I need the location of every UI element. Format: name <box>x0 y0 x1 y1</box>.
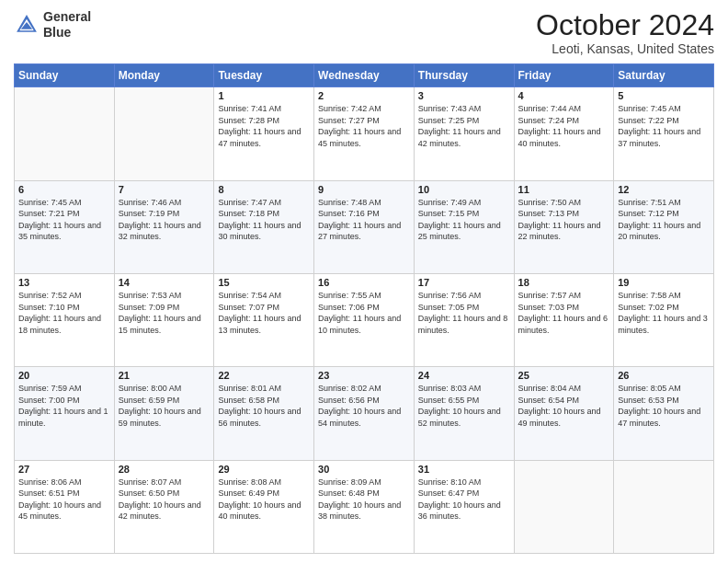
calendar-cell: 7Sunrise: 7:46 AMSunset: 7:19 PMDaylight… <box>114 180 214 273</box>
day-info: Sunrise: 7:53 AMSunset: 7:09 PMDaylight:… <box>119 290 210 336</box>
day-info: Sunrise: 7:59 AMSunset: 7:00 PMDaylight:… <box>18 383 110 429</box>
title-block: October 2024 Leoti, Kansas, United State… <box>536 9 714 56</box>
day-number: 12 <box>618 184 710 195</box>
calendar-cell: 26Sunrise: 8:05 AMSunset: 6:53 PMDayligh… <box>614 367 714 460</box>
day-number: 4 <box>518 90 610 101</box>
day-info: Sunrise: 7:45 AMSunset: 7:21 PMDaylight:… <box>18 197 110 243</box>
logo-icon <box>14 12 40 38</box>
day-number: 27 <box>18 464 110 475</box>
calendar-cell: 14Sunrise: 7:53 AMSunset: 7:09 PMDayligh… <box>114 273 214 366</box>
calendar-cell: 3Sunrise: 7:43 AMSunset: 7:25 PMDaylight… <box>414 87 514 180</box>
day-number: 22 <box>218 370 310 381</box>
week-row-2: 6Sunrise: 7:45 AMSunset: 7:21 PMDaylight… <box>15 180 714 273</box>
day-header-saturday: Saturday <box>614 64 714 87</box>
calendar-cell <box>514 460 614 553</box>
calendar-cell: 17Sunrise: 7:56 AMSunset: 7:05 PMDayligh… <box>414 273 514 366</box>
calendar-cell: 8Sunrise: 7:47 AMSunset: 7:18 PMDaylight… <box>214 180 314 273</box>
day-number: 28 <box>119 464 210 475</box>
calendar-cell: 25Sunrise: 8:04 AMSunset: 6:54 PMDayligh… <box>514 367 614 460</box>
calendar-cell: 29Sunrise: 8:08 AMSunset: 6:49 PMDayligh… <box>214 460 314 553</box>
day-header-sunday: Sunday <box>15 64 115 87</box>
day-number: 29 <box>218 464 310 475</box>
day-info: Sunrise: 7:55 AMSunset: 7:06 PMDaylight:… <box>318 290 410 336</box>
logo: General Blue <box>14 9 91 40</box>
calendar-cell: 13Sunrise: 7:52 AMSunset: 7:10 PMDayligh… <box>15 273 115 366</box>
day-info: Sunrise: 7:58 AMSunset: 7:02 PMDaylight:… <box>618 290 710 336</box>
calendar-cell <box>15 87 115 180</box>
day-number: 1 <box>218 90 310 101</box>
calendar-cell: 20Sunrise: 7:59 AMSunset: 7:00 PMDayligh… <box>15 367 115 460</box>
month-title: October 2024 <box>536 9 714 41</box>
day-info: Sunrise: 7:49 AMSunset: 7:15 PMDaylight:… <box>418 197 510 243</box>
day-info: Sunrise: 7:57 AMSunset: 7:03 PMDaylight:… <box>518 290 610 336</box>
day-number: 30 <box>318 464 410 475</box>
day-number: 11 <box>518 184 610 195</box>
calendar-cell: 10Sunrise: 7:49 AMSunset: 7:15 PMDayligh… <box>414 180 514 273</box>
page-container: General Blue October 2024 Leoti, Kansas,… <box>0 0 728 563</box>
day-info: Sunrise: 7:44 AMSunset: 7:24 PMDaylight:… <box>518 103 610 149</box>
calendar-cell: 15Sunrise: 7:54 AMSunset: 7:07 PMDayligh… <box>214 273 314 366</box>
day-info: Sunrise: 7:52 AMSunset: 7:10 PMDaylight:… <box>18 290 110 336</box>
day-number: 20 <box>18 370 110 381</box>
calendar-cell: 28Sunrise: 8:07 AMSunset: 6:50 PMDayligh… <box>114 460 214 553</box>
header: General Blue October 2024 Leoti, Kansas,… <box>14 9 714 56</box>
calendar-cell: 21Sunrise: 8:00 AMSunset: 6:59 PMDayligh… <box>114 367 214 460</box>
day-info: Sunrise: 8:00 AMSunset: 6:59 PMDaylight:… <box>119 383 210 429</box>
calendar-cell: 2Sunrise: 7:42 AMSunset: 7:27 PMDaylight… <box>314 87 415 180</box>
week-row-4: 20Sunrise: 7:59 AMSunset: 7:00 PMDayligh… <box>15 367 714 460</box>
week-row-5: 27Sunrise: 8:06 AMSunset: 6:51 PMDayligh… <box>15 460 714 553</box>
week-row-1: 1Sunrise: 7:41 AMSunset: 7:28 PMDaylight… <box>15 87 714 180</box>
day-number: 31 <box>418 464 510 475</box>
calendar-cell: 18Sunrise: 7:57 AMSunset: 7:03 PMDayligh… <box>514 273 614 366</box>
calendar-cell <box>614 460 714 553</box>
day-info: Sunrise: 7:47 AMSunset: 7:18 PMDaylight:… <box>218 197 310 243</box>
day-info: Sunrise: 8:01 AMSunset: 6:58 PMDaylight:… <box>218 383 310 429</box>
calendar-cell: 9Sunrise: 7:48 AMSunset: 7:16 PMDaylight… <box>314 180 415 273</box>
day-number: 18 <box>518 277 610 288</box>
day-info: Sunrise: 8:07 AMSunset: 6:50 PMDaylight:… <box>119 477 210 523</box>
day-number: 9 <box>318 184 410 195</box>
day-header-wednesday: Wednesday <box>314 64 415 87</box>
day-number: 10 <box>418 184 510 195</box>
calendar-cell: 19Sunrise: 7:58 AMSunset: 7:02 PMDayligh… <box>614 273 714 366</box>
day-info: Sunrise: 7:54 AMSunset: 7:07 PMDaylight:… <box>218 290 310 336</box>
day-info: Sunrise: 7:50 AMSunset: 7:13 PMDaylight:… <box>518 197 610 243</box>
day-number: 21 <box>119 370 210 381</box>
calendar-cell: 24Sunrise: 8:03 AMSunset: 6:55 PMDayligh… <box>414 367 514 460</box>
day-info: Sunrise: 8:03 AMSunset: 6:55 PMDaylight:… <box>418 383 510 429</box>
day-info: Sunrise: 7:43 AMSunset: 7:25 PMDaylight:… <box>418 103 510 149</box>
calendar-cell: 31Sunrise: 8:10 AMSunset: 6:47 PMDayligh… <box>414 460 514 553</box>
day-number: 16 <box>318 277 410 288</box>
day-info: Sunrise: 8:05 AMSunset: 6:53 PMDaylight:… <box>618 383 710 429</box>
day-info: Sunrise: 7:51 AMSunset: 7:12 PMDaylight:… <box>618 197 710 243</box>
calendar-cell: 27Sunrise: 8:06 AMSunset: 6:51 PMDayligh… <box>15 460 115 553</box>
calendar-cell <box>114 87 214 180</box>
calendar-cell: 4Sunrise: 7:44 AMSunset: 7:24 PMDaylight… <box>514 87 614 180</box>
day-header-tuesday: Tuesday <box>214 64 314 87</box>
day-number: 3 <box>418 90 510 101</box>
day-info: Sunrise: 8:10 AMSunset: 6:47 PMDaylight:… <box>418 477 510 523</box>
day-number: 26 <box>618 370 710 381</box>
day-header-thursday: Thursday <box>414 64 514 87</box>
day-info: Sunrise: 7:56 AMSunset: 7:05 PMDaylight:… <box>418 290 510 336</box>
day-header-monday: Monday <box>114 64 214 87</box>
day-info: Sunrise: 7:42 AMSunset: 7:27 PMDaylight:… <box>318 103 410 149</box>
day-info: Sunrise: 7:48 AMSunset: 7:16 PMDaylight:… <box>318 197 410 243</box>
calendar-cell: 11Sunrise: 7:50 AMSunset: 7:13 PMDayligh… <box>514 180 614 273</box>
day-info: Sunrise: 7:45 AMSunset: 7:22 PMDaylight:… <box>618 103 710 149</box>
calendar-cell: 16Sunrise: 7:55 AMSunset: 7:06 PMDayligh… <box>314 273 415 366</box>
calendar-cell: 6Sunrise: 7:45 AMSunset: 7:21 PMDaylight… <box>15 180 115 273</box>
day-number: 15 <box>218 277 310 288</box>
day-info: Sunrise: 7:41 AMSunset: 7:28 PMDaylight:… <box>218 103 310 149</box>
calendar-cell: 1Sunrise: 7:41 AMSunset: 7:28 PMDaylight… <box>214 87 314 180</box>
day-info: Sunrise: 8:02 AMSunset: 6:56 PMDaylight:… <box>318 383 410 429</box>
calendar-cell: 30Sunrise: 8:09 AMSunset: 6:48 PMDayligh… <box>314 460 415 553</box>
day-info: Sunrise: 8:04 AMSunset: 6:54 PMDaylight:… <box>518 383 610 429</box>
day-number: 19 <box>618 277 710 288</box>
calendar-header-row: SundayMondayTuesdayWednesdayThursdayFrid… <box>15 64 714 87</box>
day-number: 23 <box>318 370 410 381</box>
calendar-cell: 12Sunrise: 7:51 AMSunset: 7:12 PMDayligh… <box>614 180 714 273</box>
day-info: Sunrise: 8:06 AMSunset: 6:51 PMDaylight:… <box>18 477 110 523</box>
logo-text: General Blue <box>43 9 91 40</box>
week-row-3: 13Sunrise: 7:52 AMSunset: 7:10 PMDayligh… <box>15 273 714 366</box>
